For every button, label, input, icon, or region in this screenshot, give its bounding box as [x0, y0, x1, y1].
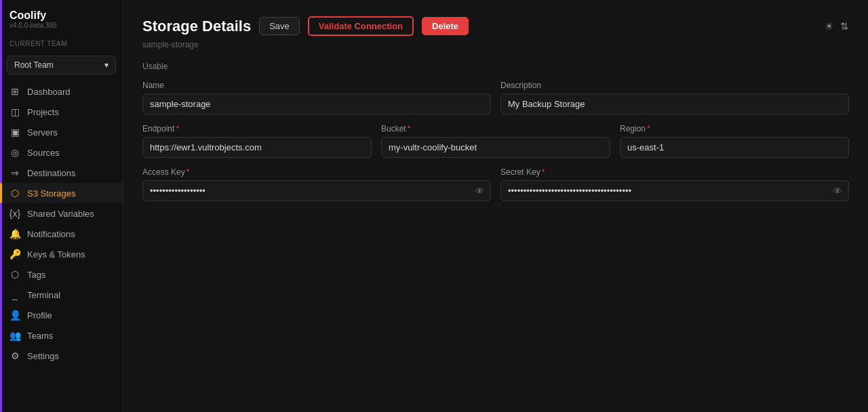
sidebar-item-sources[interactable]: ◎ Sources [0, 142, 123, 163]
delete-button[interactable]: Delete [422, 17, 469, 35]
page-title: Storage Details [142, 18, 251, 35]
bucket-label: Bucket* [381, 124, 610, 133]
current-team-label: Current Team [0, 33, 123, 52]
access-key-eye-icon[interactable]: 👁 [475, 186, 484, 197]
sidebar-item-label: Settings [27, 351, 59, 361]
app-name: Coolify [9, 9, 113, 22]
layers-icon: ◫ [9, 106, 20, 117]
sidebar-item-label: Notifications [27, 229, 75, 239]
sun-icon[interactable]: ☀ [825, 20, 833, 33]
bucket-field: Bucket* [381, 124, 610, 158]
bucket-input[interactable] [381, 137, 610, 158]
team-name: Root Team [14, 60, 54, 70]
access-key-field: Access Key* 👁 [142, 167, 491, 201]
terminal-icon: _ [9, 289, 20, 300]
chevron-down-icon: ▾ [104, 60, 108, 70]
endpoint-input[interactable] [142, 137, 372, 158]
region-input[interactable] [620, 137, 849, 158]
sidebar-item-notifications[interactable]: 🔔 Notifications [0, 224, 123, 244]
storage-sub-title: sample-storage [142, 40, 849, 49]
destination-icon: ⇒ [9, 167, 20, 178]
name-description-row: Name Description [142, 81, 849, 115]
sidebar-item-tags[interactable]: ⬡ Tags [0, 264, 123, 285]
tag-icon: ⬡ [9, 269, 20, 280]
users-icon: 👥 [9, 330, 20, 341]
variable-icon: {x} [9, 208, 20, 219]
sidebar-item-sharedvariables[interactable]: {x} Shared Variables [0, 203, 123, 224]
sidebar-item-projects[interactable]: ◫ Projects [0, 102, 123, 122]
sidebar-item-dashboard[interactable]: ⊞ Dashboard [0, 81, 123, 102]
description-field: Description [500, 81, 849, 115]
save-button[interactable]: Save [259, 17, 300, 35]
description-label: Description [500, 81, 849, 90]
sidebar-item-label: Keys & Tokens [27, 249, 85, 260]
header-icons: ☀ ⇅ [825, 20, 849, 33]
sidebar-item-label: Servers [27, 127, 58, 138]
sidebar-item-label: Tags [27, 270, 45, 280]
endpoint-label: Endpoint* [142, 124, 372, 133]
sidebar-item-label: S3 Storages [27, 188, 76, 199]
sidebar-item-teams[interactable]: 👥 Teams [0, 325, 123, 346]
bell-icon: 🔔 [9, 228, 20, 239]
secret-key-input[interactable] [500, 180, 849, 201]
section-usable: Usable [142, 62, 849, 71]
sidebar-item-label: Projects [27, 107, 59, 117]
region-field: Region* [620, 124, 849, 158]
secret-key-eye-icon[interactable]: 👁 [833, 186, 842, 197]
grid-icon: ⊞ [9, 86, 20, 97]
endpoint-field: Endpoint* [142, 124, 372, 158]
sidebar-item-destinations[interactable]: ⇒ Destinations [0, 163, 123, 183]
page-header: Storage Details Save Validate Connection… [142, 16, 849, 36]
team-selector[interactable]: Root Team ▾ [7, 56, 116, 75]
keys-row: Access Key* 👁 Secret Key* 👁 [142, 167, 849, 201]
s3-icon: ⬡ [9, 188, 20, 199]
access-key-input[interactable] [142, 180, 491, 201]
secret-key-field: Secret Key* 👁 [500, 167, 849, 201]
sidebar-item-keystokens[interactable]: 🔑 Keys & Tokens [0, 244, 123, 264]
description-input[interactable] [500, 94, 849, 115]
sidebar-item-servers[interactable]: ▣ Servers [0, 122, 123, 142]
secret-key-label: Secret Key* [500, 167, 849, 177]
sidebar-item-label: Terminal [27, 290, 60, 300]
name-label: Name [142, 81, 491, 90]
sidebar-item-label: Teams [27, 331, 53, 341]
sidebar-item-s3storages[interactable]: ⬡ S3 Storages [0, 183, 123, 203]
sidebar-item-profile[interactable]: 👤 Profile [0, 305, 123, 325]
access-key-wrapper: 👁 [142, 180, 491, 201]
source-icon: ◎ [9, 147, 20, 158]
version: v4.0.0-beta.395 [9, 22, 113, 29]
main-content: Storage Details Save Validate Connection… [123, 0, 868, 412]
expand-icon[interactable]: ⇅ [840, 20, 849, 33]
sidebar-item-label: Profile [27, 310, 52, 321]
sidebar-item-label: Shared Variables [27, 209, 94, 219]
validate-connection-button[interactable]: Validate Connection [308, 16, 414, 36]
endpoint-bucket-region-row: Endpoint* Bucket* Region* [142, 124, 849, 158]
name-input[interactable] [142, 94, 491, 115]
access-key-label: Access Key* [142, 167, 491, 177]
name-field: Name [142, 81, 491, 115]
region-label: Region* [620, 124, 849, 133]
settings-icon: ⚙ [9, 350, 20, 361]
secret-key-wrapper: 👁 [500, 180, 849, 201]
sidebar-item-label: Destinations [27, 168, 76, 178]
sidebar-item-terminal[interactable]: _ Terminal [0, 285, 123, 305]
key-icon: 🔑 [9, 249, 20, 260]
sidebar-item-label: Sources [27, 148, 60, 158]
sidebar-item-settings[interactable]: ⚙ Settings [0, 346, 123, 366]
sidebar: Coolify v4.0.0-beta.395 Current Team Roo… [0, 0, 123, 412]
server-icon: ▣ [9, 127, 20, 138]
sidebar-logo: Coolify v4.0.0-beta.395 [0, 0, 123, 33]
user-icon: 👤 [9, 310, 20, 321]
sidebar-item-label: Dashboard [27, 87, 71, 97]
